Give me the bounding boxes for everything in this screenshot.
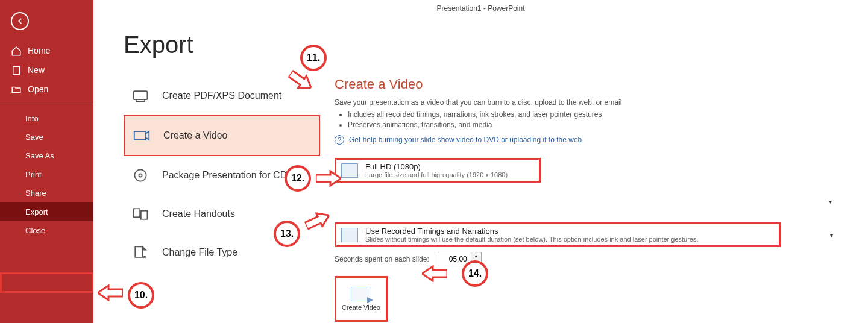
annotation-badge-12: 12. <box>285 165 311 192</box>
dropdown-subtitle: Large file size and full high quality (1… <box>365 171 534 178</box>
handouts-icon <box>131 205 150 222</box>
panel-title: Create a Video <box>335 77 838 92</box>
svg-rect-7 <box>135 246 142 257</box>
sidebar-item-saveas[interactable]: Save As <box>0 146 93 165</box>
pdf-icon <box>131 87 150 104</box>
annotation-badge-13: 13. <box>274 221 300 247</box>
create-video-label: Create Video <box>342 304 380 311</box>
annotation-arrow-14 <box>422 265 447 282</box>
sidebar-item-label: Save As <box>25 151 54 160</box>
svg-marker-12 <box>98 286 123 300</box>
sidebar-item-home[interactable]: Home <box>0 41 93 60</box>
sidebar-item-save[interactable]: Save <box>0 128 93 146</box>
dropdown-title: Full HD (1080p) <box>365 162 534 171</box>
home-icon <box>11 46 22 55</box>
create-video-panel: Create a Video Save your presentation as… <box>335 77 838 322</box>
sidebar-item-info[interactable]: Info <box>0 109 93 128</box>
bullet-item: Preserves animations, transitions, and m… <box>348 121 838 129</box>
chevron-down-icon[interactable]: ▾ <box>829 198 832 205</box>
help-icon: ? <box>335 135 344 145</box>
svg-point-4 <box>139 174 142 177</box>
export-option-video[interactable]: Create a Video <box>124 115 320 156</box>
annotation-badge-11: 11. <box>300 45 327 71</box>
seconds-input[interactable] <box>438 254 471 265</box>
chevron-down-icon[interactable]: ▾ <box>830 231 833 238</box>
title-text: Presentation1 - PowerPoint <box>436 4 524 13</box>
page-title: Export <box>124 31 838 58</box>
cd-icon <box>131 167 150 184</box>
sidebar-item-close[interactable]: Close <box>0 221 93 240</box>
sidebar-item-share[interactable]: Share <box>0 184 93 202</box>
svg-rect-0 <box>13 66 20 75</box>
export-option-label: Create PDF/XPS Document <box>162 90 281 101</box>
export-option-label: Create a Video <box>163 130 227 141</box>
svg-marker-9 <box>316 171 341 186</box>
svg-point-3 <box>134 169 146 181</box>
monitor-icon <box>341 163 358 178</box>
export-option-label: Create Handouts <box>162 209 235 219</box>
dropdown-title: Use Recorded Timings and Narrations <box>365 227 774 236</box>
create-video-icon <box>351 287 371 301</box>
spinner-up[interactable]: ▲ <box>471 252 481 259</box>
video-icon <box>132 127 151 144</box>
sidebar-item-label: New <box>28 65 45 75</box>
export-option-label: Change File Type <box>162 247 237 258</box>
svg-rect-1 <box>134 91 148 99</box>
help-link[interactable]: Get help burning your slide show video t… <box>349 136 582 144</box>
new-icon <box>11 65 22 75</box>
annotation-badge-10: 10. <box>128 282 154 309</box>
sidebar-item-open[interactable]: Open <box>0 80 93 99</box>
timings-dropdown[interactable]: Use Recorded Timings and Narrations Slid… <box>335 222 781 247</box>
export-option-label: Package Presentation for CD <box>162 170 287 181</box>
sidebar-item-label: Info <box>25 114 39 123</box>
seconds-label: Seconds spent on each slide: <box>335 255 429 263</box>
svg-marker-11 <box>422 266 447 281</box>
sidebar-item-label: Save <box>25 133 43 142</box>
dropdown-subtitle: Slides without timings will use the defa… <box>365 236 774 243</box>
filetype-icon <box>131 244 150 261</box>
sidebar-item-label: Export <box>25 207 48 216</box>
svg-rect-6 <box>141 211 148 219</box>
sidebar-item-label: Share <box>25 189 46 198</box>
timings-icon <box>341 228 358 242</box>
svg-rect-2 <box>134 131 146 140</box>
sidebar-item-label: Open <box>28 84 48 94</box>
sidebar-item-label: Print <box>25 170 42 179</box>
sidebar-divider <box>0 104 93 104</box>
window-title: Presentation1 - PowerPoint <box>93 0 868 17</box>
quality-dropdown[interactable]: Full HD (1080p) Large file size and full… <box>335 158 541 183</box>
sidebar-item-print[interactable]: Print <box>0 165 93 184</box>
open-icon <box>11 84 22 94</box>
create-video-button[interactable]: Create Video <box>335 276 388 322</box>
bullet-item: Includes all recorded timings, narration… <box>348 110 838 119</box>
sidebar-item-label: Home <box>28 46 50 55</box>
panel-description: Save your presentation as a video that y… <box>335 98 838 107</box>
annotation-arrow-12 <box>316 170 341 187</box>
back-button[interactable] <box>11 12 29 30</box>
sidebar-item-new[interactable]: New <box>0 60 93 80</box>
annotation-badge-14: 14. <box>462 260 488 287</box>
sidebar-item-export[interactable]: Export <box>0 202 93 221</box>
svg-rect-5 <box>134 209 140 217</box>
export-options-list: Create PDF/XPS Document Create a Video P… <box>124 77 320 322</box>
sidebar-item-label: Close <box>25 226 45 235</box>
annotation-arrow-10 <box>98 284 123 301</box>
backstage-sidebar: Home New Open Info Save Save As Print Sh… <box>0 0 93 323</box>
